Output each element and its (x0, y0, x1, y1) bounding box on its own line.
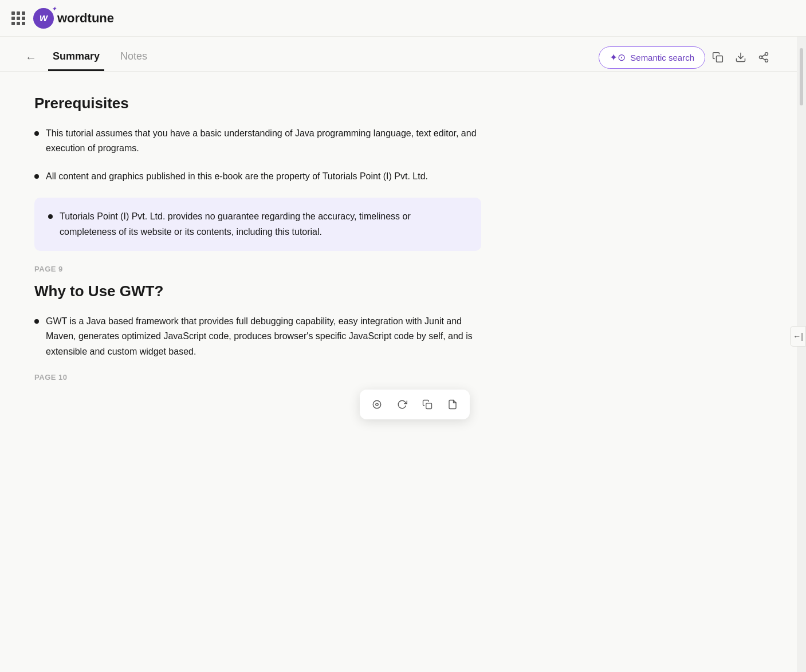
page-9-label: PAGE 9 (34, 265, 481, 273)
action-toolbar-popup (360, 390, 470, 419)
bullet-text-2: All content and graphics published in th… (46, 169, 428, 184)
logo-text: wordtune (57, 11, 114, 26)
tab-summary[interactable]: Summary (48, 44, 104, 71)
list-item: All content and graphics published in th… (34, 169, 481, 184)
tab-notes[interactable]: Notes (116, 44, 152, 71)
logo-icon: w ✦ (33, 8, 54, 29)
list-item: This tutorial assumes that you have a ba… (34, 126, 481, 156)
bullet-text-4: GWT is a Java based framework that provi… (46, 314, 481, 359)
share-button[interactable] (753, 47, 774, 68)
page-10-label: PAGE 10 (34, 373, 481, 382)
bullet-dot (34, 319, 39, 324)
gwt-list: GWT is a Java based framework that provi… (34, 314, 481, 359)
logo: w ✦ wordtune (33, 8, 114, 29)
svg-point-7 (373, 400, 381, 408)
action-btn-export[interactable] (442, 394, 463, 415)
main-layout: ← Summary Notes ✦⊙ Semantic search Prere… (0, 37, 806, 672)
bullet-dot (48, 214, 53, 219)
semantic-search-button[interactable]: ✦⊙ Semantic search (599, 46, 705, 69)
highlighted-block-container: Tutorials Point (I) Pvt. Ltd. provides n… (34, 198, 481, 251)
semantic-search-icon: ✦⊙ (610, 52, 626, 64)
prerequisites-list: This tutorial assumes that you have a ba… (34, 126, 481, 184)
list-item: GWT is a Java based framework that provi… (34, 314, 481, 359)
bullet-dot (34, 131, 39, 136)
copy-button[interactable] (707, 47, 728, 68)
gwt-heading: Why to Use GWT? (34, 282, 481, 300)
semantic-search-label: Semantic search (630, 53, 694, 62)
svg-point-8 (376, 403, 379, 406)
svg-rect-0 (717, 56, 723, 62)
bullet-dot (34, 174, 39, 179)
prerequisites-heading: Prerequisites (34, 95, 481, 112)
action-btn-refresh[interactable] (392, 394, 412, 415)
scrollbar[interactable] (797, 37, 806, 672)
scrollbar-thumb[interactable] (800, 48, 803, 105)
action-btn-target[interactable] (367, 394, 387, 415)
document-content: Prerequisites This tutorial assumes that… (0, 72, 516, 425)
grid-menu-icon[interactable] (11, 11, 25, 25)
svg-line-6 (762, 54, 765, 56)
svg-line-5 (762, 58, 765, 60)
highlighted-list: Tutorials Point (I) Pvt. Ltd. provides n… (34, 198, 481, 251)
bullet-text-3: Tutorials Point (I) Pvt. Ltd. provides n… (60, 209, 467, 239)
download-button[interactable] (730, 47, 751, 68)
svg-rect-9 (426, 403, 432, 409)
tabs-header: ← Summary Notes ✦⊙ Semantic search (0, 37, 797, 72)
highlighted-list-item: Tutorials Point (I) Pvt. Ltd. provides n… (34, 198, 481, 251)
action-btn-copy[interactable] (417, 394, 438, 415)
collapse-panel-button[interactable]: ←| (790, 326, 806, 347)
logo-star-icon: ✦ (52, 6, 56, 12)
topbar: w ✦ wordtune (0, 0, 806, 37)
content-area: ← Summary Notes ✦⊙ Semantic search Prere… (0, 37, 797, 672)
back-button[interactable]: ← (23, 51, 39, 64)
bullet-text-1: This tutorial assumes that you have a ba… (46, 126, 481, 156)
